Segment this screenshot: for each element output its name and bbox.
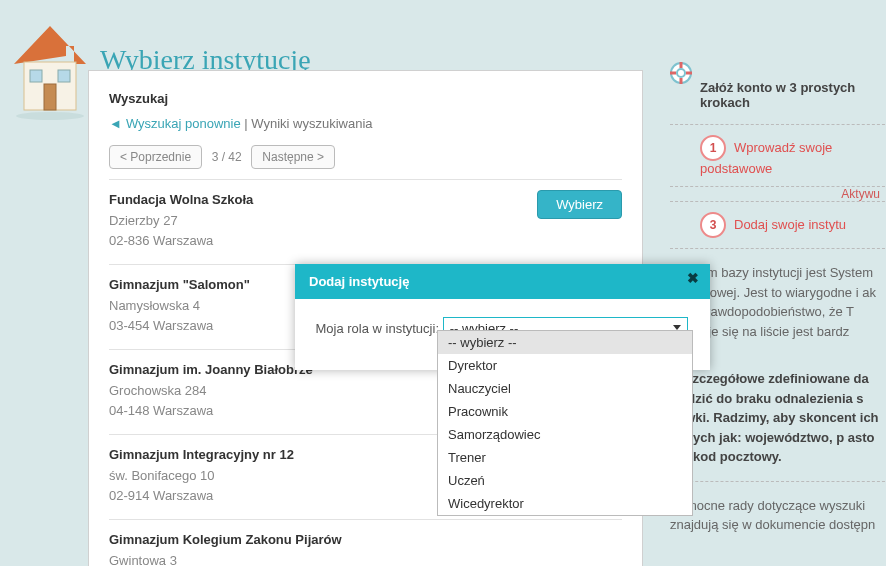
breadcrumb-results: Wyniki wyszukiwania <box>251 116 372 131</box>
role-option[interactable]: Trener <box>438 446 692 469</box>
side-heading: Załóż konto w 3 prostych krokach <box>670 60 886 125</box>
breadcrumb: ◄Wyszukaj ponownie | Wyniki wyszukiwania <box>109 116 622 131</box>
svg-rect-2 <box>30 70 42 82</box>
result-city: 02-836 Warszawa <box>109 231 622 251</box>
page-position: 3 / 42 <box>212 150 242 164</box>
arrow-left-icon: ◄ <box>109 116 122 131</box>
role-option[interactable]: Samorządowiec <box>438 423 692 446</box>
svg-point-5 <box>16 112 84 120</box>
side-text-2: yt szczegółowe zdefiniowane da wadzić do… <box>670 355 886 481</box>
role-label: Moja rola w instytucji: <box>309 321 439 336</box>
result-row: Fundacja Wolna Szkoła Dzierzby 27 02-836… <box>109 179 622 264</box>
role-option[interactable]: Pracownik <box>438 400 692 423</box>
step-connector: Aktywu <box>670 187 886 202</box>
svg-rect-4 <box>44 84 56 110</box>
step-3: 3Dodaj swoje instytu <box>670 202 886 249</box>
svg-rect-3 <box>58 70 70 82</box>
result-name: Gimnazjum Kolegium Zakonu Pijarów <box>109 532 622 547</box>
result-address: Gwintowa 3 <box>109 551 622 566</box>
pager: < Poprzednie 3 / 42 Następne > <box>109 145 622 169</box>
role-option[interactable]: Nauczyciel <box>438 377 692 400</box>
select-button[interactable]: Wybierz <box>537 190 622 219</box>
step-num-icon: 3 <box>700 212 726 238</box>
role-option[interactable]: Wicedyrektor <box>438 492 692 515</box>
prev-page-button[interactable]: < Poprzednie <box>109 145 202 169</box>
search-heading: Wyszukaj <box>109 91 622 106</box>
side-text-3: Pomocne rady dotyczące wyszuki znajdują … <box>670 481 886 549</box>
modal-title: Dodaj instytucję <box>309 274 409 289</box>
close-icon[interactable]: ✖ <box>684 270 702 288</box>
svg-marker-0 <box>14 26 86 64</box>
role-option[interactable]: -- wybierz -- <box>438 331 692 354</box>
step-3-label: Dodaj swoje instytu <box>734 217 846 232</box>
result-row: Gimnazjum Kolegium Zakonu Pijarów Gwinto… <box>109 519 622 566</box>
search-again-link[interactable]: Wyszukaj ponownie <box>126 116 241 131</box>
role-option[interactable]: Uczeń <box>438 469 692 492</box>
step-num-icon: 1 <box>700 135 726 161</box>
step-1: 1Wprowadź swoje podstawowe <box>670 125 886 187</box>
role-option[interactable]: Dyrektor <box>438 354 692 377</box>
modal-title-bar: Dodaj instytucję ✖ <box>295 264 710 299</box>
breadcrumb-sep: | <box>241 116 252 131</box>
role-dropdown: -- wybierz -- Dyrektor Nauczyciel Pracow… <box>437 330 693 516</box>
next-page-button[interactable]: Następne > <box>251 145 335 169</box>
house-icon <box>10 20 90 120</box>
